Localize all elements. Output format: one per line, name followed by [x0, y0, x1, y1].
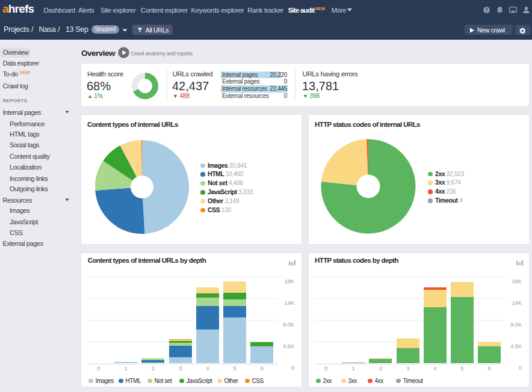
- svg-text:?: ?: [485, 7, 488, 13]
